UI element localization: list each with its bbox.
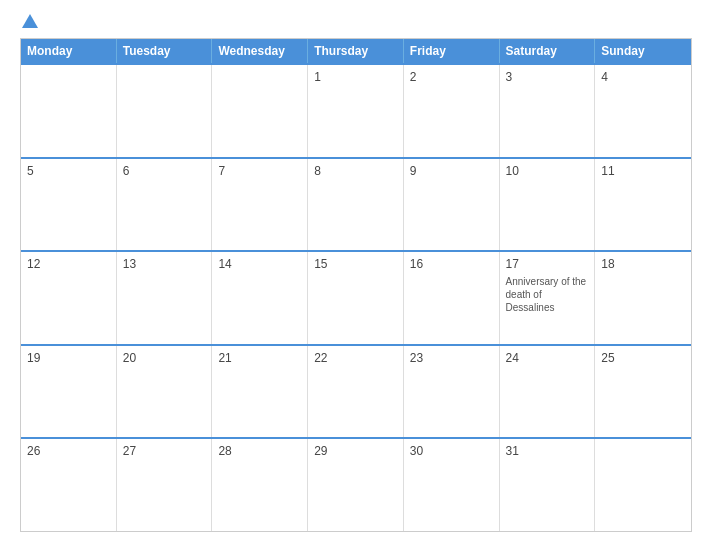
calendar-header-friday: Friday — [404, 39, 500, 63]
calendar-week-3: 121314151617Anniversary of the death of … — [21, 250, 691, 344]
calendar-date: 13 — [123, 257, 206, 271]
calendar-cell: 16 — [404, 252, 500, 344]
calendar-header: MondayTuesdayWednesdayThursdayFridaySatu… — [21, 39, 691, 63]
calendar-cell: 7 — [212, 159, 308, 251]
calendar-date: 20 — [123, 351, 206, 365]
logo — [20, 18, 40, 28]
calendar-date: 16 — [410, 257, 493, 271]
page-header — [20, 18, 692, 28]
calendar-date: 27 — [123, 444, 206, 458]
calendar-cell: 3 — [500, 65, 596, 157]
calendar-date: 9 — [410, 164, 493, 178]
calendar-date: 26 — [27, 444, 110, 458]
calendar-cell: 18 — [595, 252, 691, 344]
calendar-header-saturday: Saturday — [500, 39, 596, 63]
calendar-cell: 24 — [500, 346, 596, 438]
calendar-date: 18 — [601, 257, 685, 271]
calendar-cell: 8 — [308, 159, 404, 251]
calendar-date: 8 — [314, 164, 397, 178]
calendar-page: MondayTuesdayWednesdayThursdayFridaySatu… — [0, 0, 712, 550]
calendar-cell: 21 — [212, 346, 308, 438]
calendar-date: 21 — [218, 351, 301, 365]
calendar-cell: 14 — [212, 252, 308, 344]
calendar-date: 30 — [410, 444, 493, 458]
calendar-date: 7 — [218, 164, 301, 178]
calendar-date: 22 — [314, 351, 397, 365]
calendar-header-sunday: Sunday — [595, 39, 691, 63]
calendar-date: 17 — [506, 257, 589, 271]
calendar-event: Anniversary of the death of Dessalines — [506, 275, 589, 314]
calendar-header-tuesday: Tuesday — [117, 39, 213, 63]
logo-text — [20, 18, 40, 28]
calendar-date: 11 — [601, 164, 685, 178]
calendar-cell: 23 — [404, 346, 500, 438]
calendar-date: 6 — [123, 164, 206, 178]
calendar-date: 4 — [601, 70, 685, 84]
calendar-week-5: 262728293031 — [21, 437, 691, 531]
calendar-date: 19 — [27, 351, 110, 365]
calendar-cell — [21, 65, 117, 157]
calendar-date: 29 — [314, 444, 397, 458]
calendar-week-4: 19202122232425 — [21, 344, 691, 438]
calendar-date: 28 — [218, 444, 301, 458]
calendar-cell: 30 — [404, 439, 500, 531]
calendar: MondayTuesdayWednesdayThursdayFridaySatu… — [20, 38, 692, 532]
calendar-cell: 22 — [308, 346, 404, 438]
calendar-date: 14 — [218, 257, 301, 271]
calendar-cell: 2 — [404, 65, 500, 157]
calendar-cell: 5 — [21, 159, 117, 251]
calendar-cell: 27 — [117, 439, 213, 531]
calendar-week-1: 1234 — [21, 63, 691, 157]
calendar-cell: 17Anniversary of the death of Dessalines — [500, 252, 596, 344]
calendar-date: 24 — [506, 351, 589, 365]
calendar-date: 12 — [27, 257, 110, 271]
calendar-header-wednesday: Wednesday — [212, 39, 308, 63]
calendar-cell: 19 — [21, 346, 117, 438]
calendar-cell: 25 — [595, 346, 691, 438]
calendar-header-thursday: Thursday — [308, 39, 404, 63]
calendar-cell: 13 — [117, 252, 213, 344]
calendar-cell: 28 — [212, 439, 308, 531]
calendar-date: 2 — [410, 70, 493, 84]
calendar-date: 10 — [506, 164, 589, 178]
calendar-date: 15 — [314, 257, 397, 271]
calendar-cell: 29 — [308, 439, 404, 531]
calendar-cell: 20 — [117, 346, 213, 438]
calendar-cell: 10 — [500, 159, 596, 251]
calendar-body: 1234567891011121314151617Anniversary of … — [21, 63, 691, 531]
calendar-cell: 1 — [308, 65, 404, 157]
calendar-header-monday: Monday — [21, 39, 117, 63]
calendar-date: 3 — [506, 70, 589, 84]
calendar-cell: 11 — [595, 159, 691, 251]
calendar-week-2: 567891011 — [21, 157, 691, 251]
calendar-cell — [212, 65, 308, 157]
calendar-cell: 15 — [308, 252, 404, 344]
calendar-cell: 4 — [595, 65, 691, 157]
calendar-cell — [595, 439, 691, 531]
calendar-cell: 12 — [21, 252, 117, 344]
calendar-cell: 9 — [404, 159, 500, 251]
calendar-cell: 6 — [117, 159, 213, 251]
calendar-date: 1 — [314, 70, 397, 84]
logo-triangle-icon — [22, 14, 38, 28]
calendar-cell: 31 — [500, 439, 596, 531]
calendar-date: 5 — [27, 164, 110, 178]
calendar-date: 23 — [410, 351, 493, 365]
calendar-date: 25 — [601, 351, 685, 365]
calendar-cell — [117, 65, 213, 157]
calendar-cell: 26 — [21, 439, 117, 531]
calendar-date: 31 — [506, 444, 589, 458]
